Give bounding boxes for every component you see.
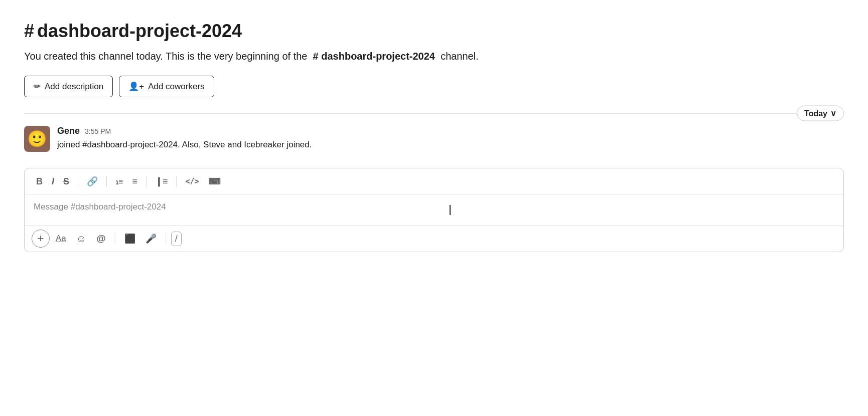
message-time: 3:55 PM xyxy=(85,127,111,135)
ordered-list-button[interactable]: ₁≡ xyxy=(112,174,126,189)
bottom-divider-2 xyxy=(166,233,166,245)
block-quote-button[interactable]: ❙≡ xyxy=(152,173,172,189)
bottom-divider-1 xyxy=(115,233,115,245)
text-cursor xyxy=(450,205,451,215)
channel-title: # dashboard-project-2024 xyxy=(24,20,844,42)
add-coworkers-label: Add coworkers xyxy=(148,82,204,92)
message-content: Gene 3:55 PM joined #dashboard-project-2… xyxy=(57,126,844,151)
font-format-button[interactable]: Aa xyxy=(52,231,70,247)
toolbar-divider-1 xyxy=(78,176,78,187)
emoji-button[interactable]: ☺ xyxy=(72,230,90,248)
description-channel-name: # dashboard-project-2024 xyxy=(313,51,435,62)
composer-input[interactable]: Message #dashboard-project-2024 xyxy=(25,195,843,225)
unordered-list-button[interactable]: ≡ xyxy=(128,174,141,189)
main-content: # dashboard-project-2024 You created thi… xyxy=(0,0,868,252)
message-section: 🙂 Gene 3:55 PM joined #dashboard-project… xyxy=(24,126,844,152)
code-button[interactable]: </> xyxy=(182,174,202,188)
composer-toolbar: B I S 🔗 ₁≡ ≡ ❙≡ </> ⌨ xyxy=(25,168,843,195)
channel-description: You created this channel today. This is … xyxy=(24,49,844,64)
avatar: 🙂 xyxy=(24,126,50,152)
slash-command-button[interactable]: / xyxy=(171,232,182,246)
today-label: Today xyxy=(804,109,827,118)
chevron-down-icon: ∨ xyxy=(830,109,836,118)
message-body: joined #dashboard-project-2024. Also, St… xyxy=(57,138,844,151)
strikethrough-button[interactable]: S xyxy=(60,174,73,189)
channel-name: dashboard-project-2024 xyxy=(37,20,242,42)
toolbar-divider-3 xyxy=(146,176,147,187)
italic-button[interactable]: I xyxy=(48,174,58,189)
toolbar-divider-4 xyxy=(176,176,177,187)
composer: B I S 🔗 ₁≡ ≡ ❙≡ </> ⌨ Message #dashboard… xyxy=(24,168,844,252)
toolbar-divider-2 xyxy=(106,176,107,187)
hash-icon: # xyxy=(24,20,34,42)
video-button[interactable]: ⬛ xyxy=(120,230,139,247)
channel-header: # dashboard-project-2024 You created thi… xyxy=(24,20,844,97)
composer-bottom-toolbar: + Aa ☺ @ ⬛ 🎤 / xyxy=(25,225,843,252)
mic-button[interactable]: 🎤 xyxy=(141,230,161,247)
bold-button[interactable]: B xyxy=(33,174,46,189)
mention-button[interactable]: @ xyxy=(92,230,110,247)
today-divider: Today ∨ xyxy=(24,113,844,114)
message-header: Gene 3:55 PM xyxy=(57,126,844,136)
composer-placeholder: Message #dashboard-project-2024 xyxy=(34,202,166,212)
description-suffix: channel. xyxy=(441,51,479,62)
pencil-icon: ✏ xyxy=(34,81,41,92)
add-coworkers-button[interactable]: 👤+ Add coworkers xyxy=(119,76,214,97)
add-description-button[interactable]: ✏ Add description xyxy=(24,76,113,97)
today-badge[interactable]: Today ∨ xyxy=(797,106,844,121)
message-author: Gene xyxy=(57,126,80,136)
code-block-button[interactable]: ⌨ xyxy=(205,174,224,189)
person-add-icon: 👤+ xyxy=(128,81,144,92)
avatar-emoji: 🙂 xyxy=(27,131,47,147)
description-prefix: You created this channel today. This is … xyxy=(24,51,307,62)
action-buttons: ✏ Add description 👤+ Add coworkers xyxy=(24,76,844,97)
link-button[interactable]: 🔗 xyxy=(83,173,101,189)
add-description-label: Add description xyxy=(45,82,103,92)
attach-button[interactable]: + xyxy=(32,230,50,248)
